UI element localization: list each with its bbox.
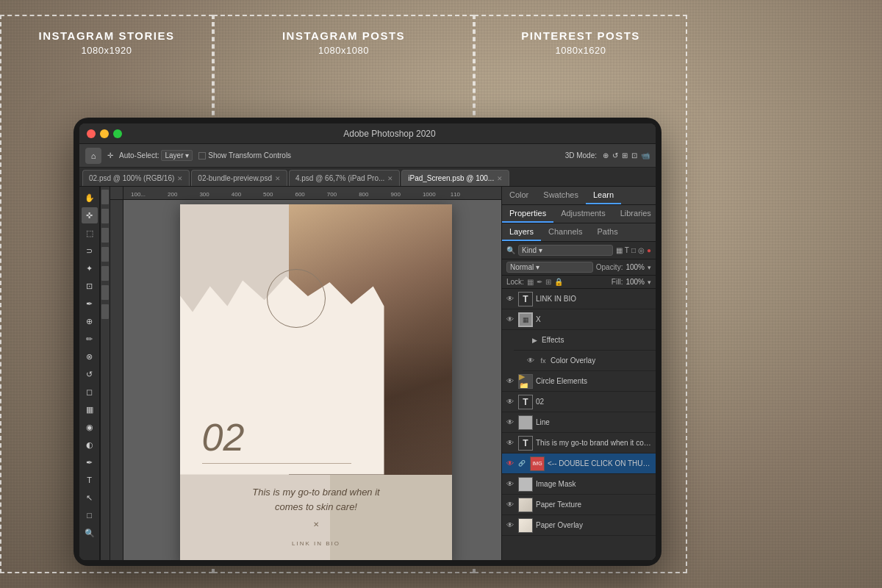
- layer-x[interactable]: 👁 ▦ X: [502, 309, 656, 330]
- transform-checkbox[interactable]: Show Transform Controls: [198, 151, 291, 159]
- lock-icons: ▦ ✒ ⊞ 🔒: [527, 278, 563, 286]
- visibility-paper-texture[interactable]: 👁: [505, 500, 515, 510]
- visibility-x[interactable]: 👁: [505, 315, 515, 325]
- canvas-area[interactable]: 100... 200 300 400 500 600 700 800 900 1…: [110, 187, 501, 560]
- visibility-image-mask[interactable]: 👁: [505, 479, 515, 490]
- shape-tool[interactable]: □: [82, 507, 98, 523]
- gradient-tool[interactable]: ▦: [82, 401, 98, 417]
- document-tabs: 02.psd @ 100% (RGB/16) ✕ 02-bundle-previ…: [79, 168, 656, 187]
- layer-link-in-bio[interactable]: 👁 T LINK IN BIO: [502, 289, 656, 309]
- clone-tool[interactable]: ⊗: [82, 348, 98, 365]
- lock-position-icon[interactable]: ✒: [537, 278, 542, 286]
- layer-paper-overlay[interactable]: 👁 Paper Overlay: [502, 515, 656, 536]
- kind-filter-dropdown[interactable]: Kind ▾: [518, 245, 613, 256]
- fx-icon: fx: [539, 356, 548, 365]
- layer-line[interactable]: 👁 Line: [502, 412, 656, 433]
- brush-tool[interactable]: ✏: [82, 331, 98, 347]
- layer-color-overlay[interactable]: 👁 fx Color Overlay: [523, 351, 656, 371]
- format-stories-title: INSTAGRAM STORIES: [9, 29, 204, 42]
- visibility-double-click[interactable]: 👁: [505, 459, 515, 469]
- layer-filter-icons: ▦ T □ ◎ ●: [616, 246, 651, 254]
- format-stories-size: 1080x1920: [9, 45, 204, 56]
- name-line: Line: [536, 418, 653, 426]
- zoom-tool[interactable]: 🔍: [82, 525, 98, 541]
- lasso-tool[interactable]: ⊃: [82, 243, 98, 259]
- filter-color-icon[interactable]: ●: [647, 246, 651, 254]
- tab-1[interactable]: 02.psd @ 100% (RGB/16) ✕: [82, 170, 190, 186]
- tab-3-close[interactable]: ✕: [387, 175, 393, 182]
- dodge-tool[interactable]: ◐: [82, 437, 98, 453]
- eraser-tool[interactable]: ◻: [82, 384, 98, 400]
- tab-2-close[interactable]: ✕: [275, 175, 281, 182]
- tab-layers[interactable]: Layers: [502, 223, 541, 241]
- tab-color[interactable]: Color: [502, 187, 536, 204]
- layer-headline-text[interactable]: 👁 T This is my go-to brand when it com..…: [502, 433, 656, 453]
- lock-all-icon[interactable]: 🔒: [554, 278, 563, 286]
- lock-artboard-icon[interactable]: ⊞: [545, 278, 551, 286]
- lock-pixels-icon[interactable]: ▦: [527, 278, 534, 286]
- opacity-chevron[interactable]: ▾: [648, 264, 651, 271]
- layer-image-mask[interactable]: 👁 Image Mask: [502, 474, 656, 495]
- canvas-x: ✕: [313, 520, 319, 528]
- tab-1-close[interactable]: ✕: [177, 175, 183, 182]
- tab-paths[interactable]: Paths: [590, 223, 625, 241]
- layer-effects-header[interactable]: ▶ Effects: [514, 330, 656, 351]
- visibility-link-in-bio[interactable]: 👁: [505, 294, 515, 304]
- tab-learn[interactable]: Learn: [586, 187, 621, 204]
- visibility-circle-elements[interactable]: 👁: [505, 376, 515, 387]
- effects-expand-icon[interactable]: ▶: [530, 336, 539, 345]
- filter-shape-icon[interactable]: □: [631, 246, 636, 254]
- maximize-button[interactable]: [113, 129, 122, 138]
- thumb-line: [518, 415, 533, 430]
- tab-swatches[interactable]: Swatches: [536, 187, 586, 204]
- properties-panel-tabs: Properties Adjustments Libraries: [502, 205, 656, 223]
- tab-4-close[interactable]: ✕: [497, 175, 503, 182]
- home-button[interactable]: ⌂: [85, 148, 101, 164]
- visibility-color-overlay[interactable]: 👁: [526, 356, 536, 366]
- filter-smart-icon[interactable]: ◎: [638, 246, 645, 254]
- path-select-tool[interactable]: ↖: [82, 490, 98, 506]
- tab-3[interactable]: 4.psd @ 66,7% (iPad Pro... ✕: [289, 170, 400, 186]
- history-tool[interactable]: ↺: [82, 366, 98, 382]
- hand-tool[interactable]: ✋: [82, 190, 98, 206]
- name-double-click: <-- DOUBLE CLICK ON THUMBN...: [548, 459, 653, 467]
- visibility-headline[interactable]: 👁: [505, 438, 515, 448]
- tab-2[interactable]: 02-bundle-preview.psd ✕: [191, 170, 287, 186]
- side-strip: [100, 187, 110, 560]
- magic-wand-tool[interactable]: ✦: [82, 260, 98, 276]
- fill-chevron[interactable]: ▾: [648, 279, 651, 286]
- thumb-circle-elements: ▶📁: [518, 374, 533, 389]
- layer-dropdown[interactable]: Layer ▾: [161, 150, 193, 161]
- tab-properties[interactable]: Properties: [502, 205, 553, 223]
- pen-tool[interactable]: ✒: [82, 454, 98, 470]
- layer-double-click[interactable]: 👁 🔗 IMG <-- DOUBLE CLICK ON THUMBN...: [502, 453, 656, 474]
- move-tool[interactable]: ✜: [82, 207, 98, 223]
- tab-4[interactable]: iPad_Screen.psb @ 100... ✕: [401, 170, 509, 186]
- close-button[interactable]: [87, 129, 96, 138]
- filter-pixel-icon[interactable]: ▦: [616, 246, 623, 254]
- layers-list[interactable]: 👁 T LINK IN BIO 👁 ▦ X ▶ Effects: [502, 289, 656, 560]
- blur-tool[interactable]: ◉: [82, 419, 98, 435]
- thumb-paper-texture: [518, 498, 533, 512]
- tab-libraries[interactable]: Libraries: [613, 205, 656, 223]
- name-link-in-bio: LINK IN BIO: [536, 295, 653, 303]
- format-pinterest-title: PINTEREST POSTS: [483, 29, 678, 42]
- tab-adjustments[interactable]: Adjustments: [553, 205, 613, 223]
- visibility-02[interactable]: 👁: [505, 397, 515, 407]
- marquee-tool[interactable]: ⬚: [82, 225, 98, 241]
- move-tool-icon[interactable]: ✛: [107, 151, 113, 159]
- visibility-paper-overlay[interactable]: 👁: [505, 520, 515, 531]
- name-paper-overlay: Paper Overlay: [536, 521, 653, 529]
- blend-mode-dropdown[interactable]: Normal ▾: [506, 262, 593, 273]
- layer-02[interactable]: 👁 T 02: [502, 392, 656, 412]
- layer-circle-elements[interactable]: 👁 ▶📁 Circle Elements: [502, 371, 656, 392]
- visibility-line[interactable]: 👁: [505, 417, 515, 428]
- heal-tool[interactable]: ⊕: [82, 313, 98, 329]
- eyedropper-tool[interactable]: ✒: [82, 295, 98, 312]
- crop-tool[interactable]: ⊡: [82, 278, 98, 294]
- type-tool[interactable]: T: [82, 472, 98, 488]
- layer-paper-texture[interactable]: 👁 Paper Texture: [502, 495, 656, 515]
- filter-text-icon[interactable]: T: [625, 246, 629, 254]
- tab-channels[interactable]: Channels: [541, 223, 589, 241]
- minimize-button[interactable]: [100, 129, 109, 138]
